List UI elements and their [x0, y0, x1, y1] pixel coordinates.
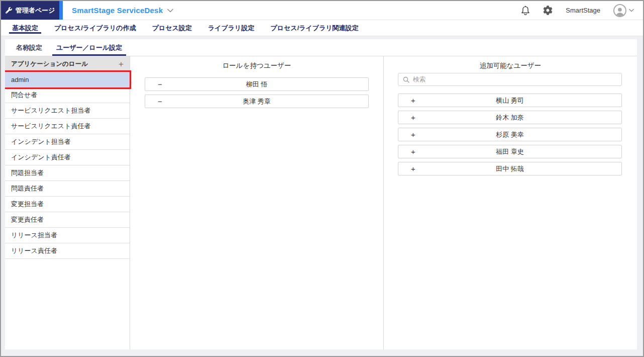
main-tab[interactable]: プロセス/ライブラリの作成	[46, 20, 144, 36]
role-item[interactable]: 問題担当者	[5, 165, 130, 181]
user-name: 田中 拓哉	[496, 164, 524, 173]
role-member-row: − 奥津 秀章	[145, 95, 369, 108]
accent-bar	[59, 1, 63, 20]
roles-column: アプリケーションのロール + admin 問合せ者 サービスリクエスト担当者 サ…	[5, 56, 130, 349]
avatar	[613, 4, 626, 17]
role-item[interactable]: 問題責任者	[5, 181, 130, 197]
app-window: 管理者ページ SmartStage ServiceDesk SmartStage	[0, 0, 644, 357]
user-name: 鈴木 加奈	[496, 113, 524, 122]
add-user-button[interactable]: +	[411, 162, 415, 175]
main-tabs: 基本設定 プロセス/ライブラリの作成 プロセス設定 ライブラリ設定 プロセス/ラ…	[1, 20, 643, 36]
user-name: 奥津 秀章	[243, 97, 271, 106]
add-user-button[interactable]: +	[411, 128, 415, 141]
sub-tabs: 名称設定 ユーザー／ロール設定	[5, 39, 637, 56]
main-tab[interactable]: プロセス/ライブラリ関連設定	[262, 20, 366, 36]
user-name: 福田 章史	[496, 147, 524, 156]
app-switcher[interactable]: SmartStage ServiceDesk	[72, 1, 173, 20]
roles-title: アプリケーションのロール	[11, 60, 88, 68]
add-role-button[interactable]: +	[119, 60, 124, 68]
remove-user-button[interactable]: −	[158, 78, 162, 91]
user-name: 柳田 悟	[246, 80, 268, 89]
role-item[interactable]: サービスリクエスト担当者	[5, 103, 130, 119]
admin-badge-label: 管理者ページ	[16, 6, 55, 15]
sub-tab[interactable]: ユーザー／ロール設定	[49, 39, 129, 56]
notification-bell-icon[interactable]	[521, 6, 530, 16]
admin-page-badge[interactable]: 管理者ページ	[1, 1, 59, 20]
addable-users-title: 追加可能なユーザー	[384, 56, 637, 70]
user-name: 横山 勇司	[496, 96, 524, 105]
search-icon	[403, 76, 409, 83]
addable-user-row: + 横山 勇司	[398, 94, 622, 107]
chevron-down-icon	[167, 9, 173, 13]
role-item[interactable]: 問合せ者	[5, 87, 130, 103]
role-item[interactable]: 変更責任者	[5, 212, 130, 228]
app-title: SmartStage ServiceDesk	[72, 6, 163, 15]
role-item[interactable]: インシデント責任者	[5, 150, 130, 165]
addable-user-row: + 田中 拓哉	[398, 162, 622, 175]
role-item[interactable]: リリース担当者	[5, 228, 130, 243]
chevron-down-icon	[629, 9, 634, 12]
addable-user-row: + 鈴木 加奈	[398, 111, 622, 124]
role-item[interactable]: admin	[5, 72, 130, 87]
settings-panel: 名称設定 ユーザー／ロール設定 アプリケーションのロール + admin	[5, 39, 637, 349]
page-body: 名称設定 ユーザー／ロール設定 アプリケーションのロール + admin	[1, 36, 643, 356]
add-user-button[interactable]: +	[411, 145, 415, 158]
search-box	[398, 73, 622, 86]
top-bar: 管理者ページ SmartStage ServiceDesk SmartStage	[1, 1, 643, 20]
user-name: 杉原 美幸	[496, 130, 524, 139]
role-item[interactable]: リリース責任者	[5, 243, 130, 259]
role-item[interactable]: 変更担当者	[5, 197, 130, 212]
remove-user-button[interactable]: −	[158, 95, 162, 108]
topbar-actions: SmartStage	[521, 1, 643, 20]
role-member-row: − 柳田 悟	[145, 77, 369, 91]
wrench-icon	[6, 7, 12, 14]
main-tab[interactable]: ライブラリ設定	[200, 20, 263, 36]
role-item[interactable]: インシデント担当者	[5, 134, 130, 150]
addable-users-list: + 横山 勇司 + 鈴木 加奈 + 杉原 美幸	[384, 94, 637, 179]
main-tab[interactable]: 基本設定	[4, 20, 46, 36]
role-item[interactable]: サービスリクエスト責任者	[5, 119, 130, 134]
settings-gear-icon[interactable]	[543, 6, 553, 15]
account-name: SmartStage	[566, 7, 600, 14]
addable-user-row: + 杉原 美幸	[398, 128, 622, 141]
addable-users-column: 追加可能なユーザー +	[384, 56, 637, 349]
role-members-list: − 柳田 悟 − 奥津 秀章	[130, 77, 383, 112]
roles-list: admin 問合せ者 サービスリクエスト担当者 サービスリクエスト責任者 インシ…	[5, 72, 130, 259]
role-members-column: ロールを持つユーザー − 柳田 悟 − 奥津 秀章	[130, 56, 383, 349]
addable-user-row: + 福田 章史	[398, 145, 622, 158]
search-wrap	[398, 73, 622, 86]
main-tab[interactable]: プロセス設定	[144, 20, 200, 36]
columns: アプリケーションのロール + admin 問合せ者 サービスリクエスト担当者 サ…	[5, 56, 637, 349]
add-user-button[interactable]: +	[411, 94, 415, 107]
role-members-title: ロールを持つユーザー	[130, 56, 383, 70]
sub-tab[interactable]: 名称設定	[9, 39, 49, 56]
add-user-button[interactable]: +	[411, 111, 415, 124]
search-input[interactable]	[413, 76, 617, 83]
account-menu[interactable]	[613, 4, 634, 17]
roles-header: アプリケーションのロール +	[5, 56, 130, 72]
